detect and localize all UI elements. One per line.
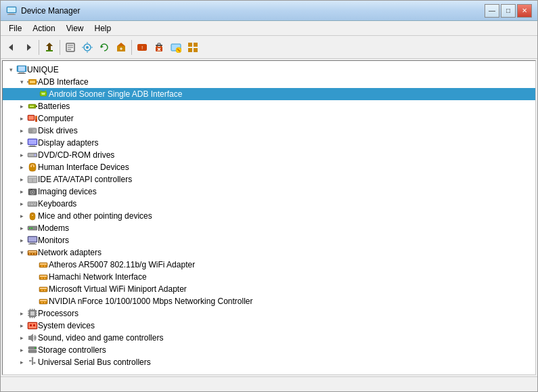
menu-file[interactable]: File (3, 22, 27, 35)
android-device-icon (38, 89, 49, 100)
scan-hardware-button[interactable] (168, 39, 184, 56)
imaging-label: Imaging devices (38, 187, 97, 196)
svg-rect-137 (28, 313, 29, 313)
expand-root[interactable] (5, 64, 16, 75)
rollback-button[interactable] (113, 39, 129, 56)
expand-monitors[interactable] (16, 235, 27, 246)
expand-hid[interactable] (16, 162, 27, 173)
expand-disk[interactable] (16, 125, 27, 136)
uninstall-button[interactable] (151, 39, 167, 56)
tree-item-usb[interactable]: Universal Serial Bus controllers (3, 356, 535, 368)
svg-rect-109 (29, 253, 30, 255)
adb-interface-icon (27, 77, 38, 87)
tree-item-nvidia[interactable]: NVIDIA nForce 10/100/1000 Mbps Networkin… (3, 295, 535, 307)
display-adapters-label: Display adapters (38, 138, 98, 148)
hamachi-label: Hamachi Network Interface (49, 272, 147, 282)
tree-item-mice[interactable]: Mice and other pointing devices (3, 210, 535, 222)
svg-point-85 (32, 192, 33, 193)
device-tree[interactable]: UNIQUE ADB Interface (3, 61, 535, 374)
tree-item-network-adapters[interactable]: Network adapters (3, 246, 535, 259)
scan-button[interactable] (79, 39, 95, 56)
expand-batteries[interactable] (16, 101, 27, 112)
tree-item-imaging[interactable]: Imaging devices (3, 186, 535, 198)
expand-usb[interactable] (16, 357, 27, 368)
keyboards-icon (27, 198, 38, 209)
tree-item-processors[interactable]: Processors (3, 307, 535, 320)
tree-item-ms-wifi[interactable]: Microsoft Virtual WiFi Miniport Adapter (3, 283, 535, 295)
menubar: File Action View Help (1, 21, 537, 36)
svg-rect-118 (41, 278, 43, 279)
svg-rect-131 (32, 309, 32, 310)
storage-icon (27, 345, 38, 355)
svg-point-14 (86, 46, 89, 49)
tree-item-hid[interactable]: Human Interface Devices (3, 161, 535, 173)
expand-display[interactable] (16, 137, 27, 148)
adb-interface-label: ADB Interface (38, 77, 89, 87)
svg-rect-145 (33, 324, 35, 326)
tree-item-disk-drives[interactable]: Disk drives (3, 125, 535, 137)
maximize-button[interactable]: □ (501, 4, 516, 18)
expand-ms-wifi (27, 284, 38, 295)
expand-mice[interactable] (16, 211, 27, 221)
tree-item-modems[interactable]: Modems (3, 222, 535, 234)
enable-button[interactable]: ! (134, 39, 150, 56)
menu-help[interactable]: Help (89, 22, 117, 35)
computer-device-icon (27, 113, 38, 124)
tree-item-keyboards[interactable]: Keyboards (3, 198, 535, 210)
menu-action[interactable]: Action (27, 22, 60, 35)
svg-point-101 (33, 227, 35, 229)
expand-dvd[interactable] (16, 150, 27, 160)
tree-item-sound[interactable]: Sound, video and game controllers (3, 332, 535, 344)
expand-computer[interactable] (16, 113, 27, 124)
svg-rect-58 (28, 116, 34, 120)
expand-network[interactable] (16, 247, 27, 258)
properties-button[interactable] (62, 39, 79, 56)
svg-rect-115 (44, 265, 45, 267)
svg-rect-113 (40, 263, 47, 265)
tree-item-system-devices[interactable]: System devices (3, 320, 535, 332)
expand-adb[interactable] (16, 77, 27, 87)
tree-item-android-sooner[interactable]: Android Sooner Single ADB Interface (3, 88, 535, 100)
storage-label: Storage controllers (38, 345, 106, 355)
close-button[interactable]: ✕ (517, 4, 532, 18)
tree-item-dvd-cdrom[interactable]: DVD/CD-ROM drives (3, 149, 535, 161)
expand-modems[interactable] (16, 223, 27, 234)
forward-button[interactable] (20, 39, 37, 56)
expand-system[interactable] (16, 320, 27, 331)
hamachi-icon (38, 271, 49, 282)
toolbar-separator-3 (131, 40, 132, 55)
update-button[interactable] (96, 39, 112, 56)
toolbar-separator-2 (60, 40, 60, 55)
svg-rect-110 (32, 253, 33, 255)
expand-keyboards[interactable] (16, 198, 27, 209)
tree-item-batteries[interactable]: Batteries (3, 100, 535, 112)
tree-item-display-adapters[interactable]: Display adapters (3, 137, 535, 149)
tree-item-monitors[interactable]: Monitors (3, 234, 535, 246)
tree-item-storage[interactable]: Storage controllers (3, 344, 535, 356)
tree-item-ide-atapi[interactable]: IDE ATA/ATAPI controllers (3, 173, 535, 186)
expand-processors[interactable] (16, 308, 27, 319)
modems-icon (27, 223, 38, 234)
titlebar-left: Device Manager (6, 5, 80, 16)
tree-item-hamachi[interactable]: Hamachi Network Interface (3, 271, 535, 283)
svg-rect-61 (36, 118, 37, 118)
view-button[interactable] (185, 39, 201, 56)
usb-label: Universal Serial Bus controllers (38, 357, 151, 367)
menu-view[interactable]: View (61, 22, 89, 35)
tree-item-adb-interface[interactable]: ADB Interface (3, 76, 535, 88)
expand-storage[interactable] (16, 345, 27, 355)
tree-item-atheros[interactable]: Atheros AR5007 802.11b/g WiFi Adapter (3, 259, 535, 271)
expand-imaging[interactable] (16, 186, 27, 197)
up-button[interactable] (41, 39, 58, 56)
toolbar-separator-1 (39, 40, 39, 55)
svg-rect-93 (30, 204, 33, 206)
tree-item-computer[interactable]: Computer (3, 112, 535, 125)
ms-wifi-icon (38, 284, 49, 295)
svg-point-74 (35, 154, 37, 156)
back-button[interactable] (3, 39, 20, 56)
minimize-button[interactable]: — (485, 4, 499, 18)
expand-sound[interactable] (16, 332, 27, 343)
svg-point-51 (45, 93, 45, 94)
tree-root[interactable]: UNIQUE (3, 64, 535, 76)
expand-ide[interactable] (16, 174, 27, 185)
